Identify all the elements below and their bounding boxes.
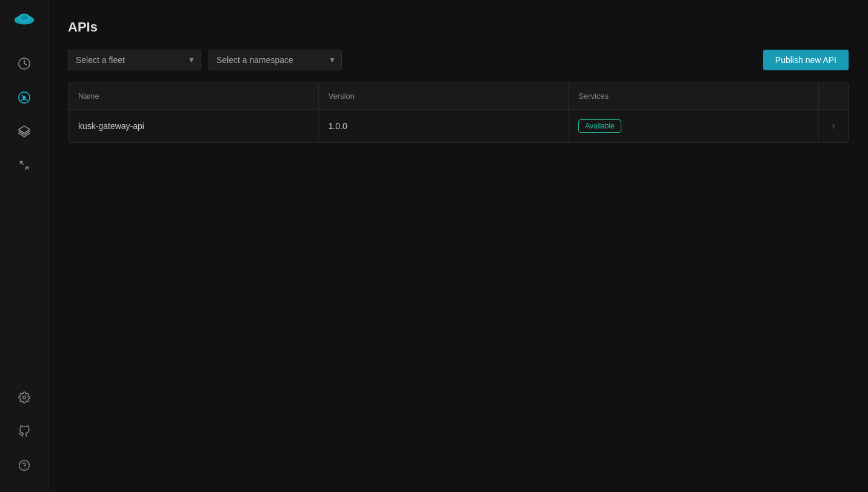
col-version: Version <box>319 83 569 109</box>
api-name: kusk-gateway-api <box>68 110 319 142</box>
api-services: Available <box>569 110 819 142</box>
status-badge: Available <box>578 119 621 133</box>
col-services: Services <box>569 83 819 109</box>
table-row[interactable]: kusk-gateway-api 1.0.0 Available › <box>68 110 848 142</box>
sidebar-item-fleet[interactable] <box>10 117 39 146</box>
sidebar <box>0 0 48 492</box>
fleet-dropdown-wrapper: Select a fleet ▼ <box>68 50 201 70</box>
filters-row: Select a fleet ▼ Select a namespace ▼ Pu… <box>68 50 849 70</box>
publish-api-button[interactable]: Publish new API <box>763 50 849 70</box>
logo[interactable] <box>13 7 36 32</box>
svg-point-10 <box>19 460 29 471</box>
row-arrow-icon: › <box>832 121 835 131</box>
sidebar-item-help[interactable] <box>10 451 39 480</box>
sidebar-item-dashboard[interactable] <box>10 49 39 78</box>
sidebar-bottom <box>10 383 39 485</box>
namespace-dropdown[interactable]: Select a namespace <box>209 50 342 70</box>
namespace-dropdown-wrapper: Select a namespace ▼ <box>209 50 342 70</box>
svg-point-2 <box>20 15 28 20</box>
col-action <box>819 83 848 109</box>
sidebar-nav <box>10 49 39 383</box>
row-action-cell[interactable]: › <box>819 110 848 142</box>
table-header: Name Version Services <box>68 83 848 110</box>
sidebar-item-github[interactable] <box>10 417 39 446</box>
api-version: 1.0.0 <box>319 110 569 142</box>
apis-table: Name Version Services kusk-gateway-api 1… <box>68 82 849 143</box>
sidebar-item-settings[interactable] <box>10 383 39 412</box>
svg-point-5 <box>23 96 25 99</box>
fleet-dropdown[interactable]: Select a fleet <box>68 50 201 70</box>
svg-point-9 <box>22 396 25 399</box>
main-content: APIs Select a fleet ▼ Select a namespace… <box>48 0 868 492</box>
page-title: APIs <box>68 19 849 35</box>
col-name: Name <box>68 83 319 109</box>
sidebar-item-routes[interactable] <box>10 151 39 180</box>
sidebar-item-metrics[interactable] <box>10 83 39 112</box>
